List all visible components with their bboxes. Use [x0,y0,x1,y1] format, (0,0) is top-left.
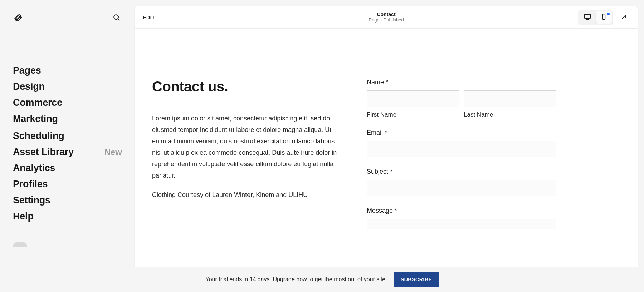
search-button[interactable] [111,12,122,24]
subject-field-group: Subject * [367,168,556,196]
first-name-wrapper: First Name [367,90,459,118]
sidebar-item-label: Profiles [13,179,48,190]
name-field-group: Name * First Name Last Name [367,79,556,118]
subscribe-button[interactable]: SUBSCRIBE [394,272,439,287]
page-meta: Page · Published [369,17,404,23]
svg-line-1 [118,19,120,20]
content-credits: Clothing Courtesy of Lauren Winter, Kine… [152,189,342,201]
sidebar-item-label: Asset Library [13,147,74,158]
sidebar-item-label: Settings [13,195,50,206]
main-row: Pages Design Commerce Marketing Scheduli… [0,0,644,267]
svg-point-0 [114,15,118,19]
sidebar-item-asset-library[interactable]: Asset Library New [13,147,122,158]
search-icon [113,17,121,23]
avatar[interactable] [13,242,27,247]
topbar-right [578,10,630,25]
arrow-up-right-icon [620,16,628,21]
sidebar-item-label: Commerce [13,97,62,108]
svg-line-7 [622,15,626,19]
sidebar-item-design[interactable]: Design [13,81,122,92]
subject-input[interactable] [367,180,556,196]
sidebar-item-label: Scheduling [13,130,64,142]
email-field-group: Email * [367,129,556,157]
content-body: Lorem ipsum dolor sit amet, consectetur … [152,113,342,201]
subject-label: Subject * [367,168,556,175]
device-desktop-button[interactable] [579,11,596,24]
last-name-sublabel: Last Name [464,111,556,118]
content-paragraph: Lorem ipsum dolor sit amet, consectetur … [152,113,342,181]
sidebar-item-label: Design [13,81,45,92]
preview-panel: EDIT Contact Page · Published [135,6,638,267]
first-name-sublabel: First Name [367,111,459,118]
topbar-center: Contact Page · Published [369,11,404,24]
app-root: Pages Design Commerce Marketing Scheduli… [0,0,644,292]
sidebar-item-label: Marketing [13,113,58,125]
name-fields-row: First Name Last Name [367,90,556,118]
new-badge: New [104,147,122,157]
email-input[interactable] [367,141,556,157]
trial-bar: Your trial ends in 14 days. Upgrade now … [0,267,644,292]
edit-button[interactable]: EDIT [143,15,155,20]
mobile-icon [600,14,608,21]
content-text-column: Contact us. Lorem ipsum dolor sit amet, … [152,79,342,240]
sidebar-top [0,10,135,26]
trial-text: Your trial ends in 14 days. Upgrade now … [205,276,387,283]
message-field-group: Message * [367,207,556,229]
sidebar-item-marketing[interactable]: Marketing [13,113,122,125]
notification-dot-icon [607,13,610,15]
name-label: Name * [367,79,556,86]
sidebar-item-settings[interactable]: Settings [13,195,122,206]
sidebar-item-label: Analytics [13,163,55,174]
sidebar: Pages Design Commerce Marketing Scheduli… [0,0,135,267]
sidebar-item-label: Help [13,211,34,222]
sidebar-item-help[interactable]: Help [13,211,122,222]
page-title: Contact [369,11,404,18]
message-label: Message * [367,207,556,214]
preview-wrap: EDIT Contact Page · Published [135,0,644,267]
content-heading: Contact us. [152,79,342,95]
device-mobile-button[interactable] [596,11,612,24]
preview-topbar: EDIT Contact Page · Published [135,6,638,29]
last-name-wrapper: Last Name [464,90,556,118]
sidebar-item-label: Pages [13,65,41,76]
sidebar-item-pages[interactable]: Pages [13,65,122,76]
sidebar-item-profiles[interactable]: Profiles [13,179,122,190]
svg-rect-2 [585,14,591,18]
sidebar-item-scheduling[interactable]: Scheduling [13,130,122,142]
squarespace-logo-icon [13,13,24,23]
content-grid: Contact us. Lorem ipsum dolor sit amet, … [152,79,556,240]
sidebar-nav: Pages Design Commerce Marketing Scheduli… [0,65,135,222]
topbar-left: EDIT [143,14,155,21]
first-name-input[interactable] [367,90,459,107]
contact-form: Name * First Name Last Name [367,79,556,240]
preview-content: Contact us. Lorem ipsum dolor sit amet, … [135,29,638,267]
email-label: Email * [367,129,556,137]
sidebar-item-analytics[interactable]: Analytics [13,163,122,174]
desktop-icon [584,14,591,21]
sidebar-item-commerce[interactable]: Commerce [13,97,122,108]
open-in-new-button[interactable] [618,11,630,24]
message-input[interactable] [367,219,556,229]
last-name-input[interactable] [464,90,556,107]
device-toggle [578,10,613,25]
